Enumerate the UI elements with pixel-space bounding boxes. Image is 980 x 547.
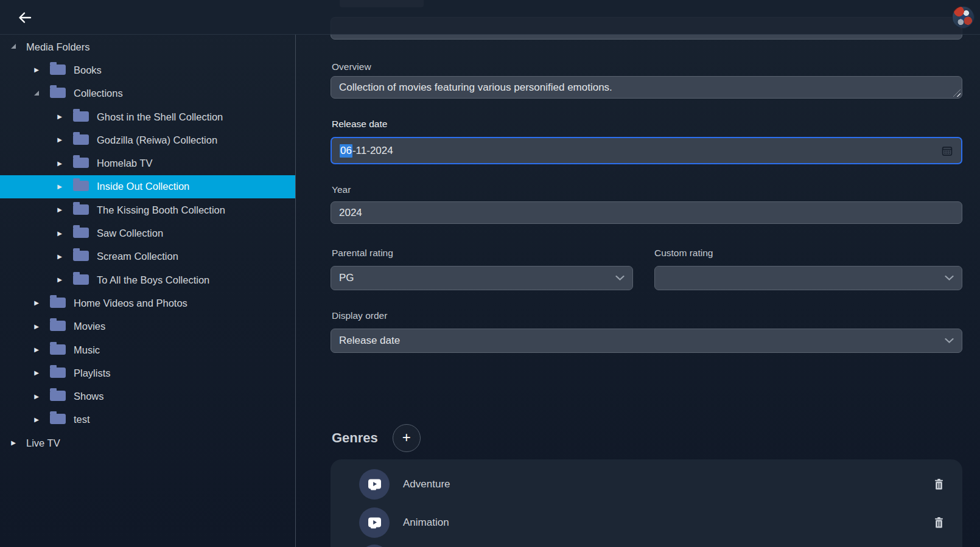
collapsed-icon[interactable]: ▶ [52, 114, 67, 120]
sidebar-item-label: Inside Out Collection [97, 181, 189, 192]
video-play-icon [368, 517, 382, 529]
collapsed-icon[interactable]: ▶ [29, 370, 44, 376]
top-header [0, 0, 980, 35]
genres-heading: Genres [332, 430, 378, 446]
folder-icon [50, 368, 66, 378]
parental-rating-label: Parental rating [332, 248, 393, 259]
sidebar-item-homelab-tv[interactable]: ▶ Homelab TV [0, 152, 295, 175]
year-input[interactable]: 2024 [331, 201, 962, 224]
sidebar-item-shows[interactable]: ▶ Shows [0, 385, 295, 408]
sidebar-item-label: Music [74, 344, 100, 356]
collapsed-icon[interactable]: ▶ [52, 137, 67, 143]
sidebar-item-live-tv[interactable]: ▶ Live TV [0, 431, 295, 455]
sidebar-item-media-folders[interactable]: Media Folders [0, 35, 295, 58]
delete-genre-button[interactable] [934, 479, 943, 490]
sidebar-item-music[interactable]: ▶ Music [0, 338, 295, 361]
folder-icon [73, 158, 89, 168]
folder-icon [50, 414, 66, 424]
expanded-icon[interactable] [29, 91, 44, 97]
chevron-down-icon [615, 276, 625, 281]
plus-icon: + [402, 430, 411, 445]
sidebar-item-collections[interactable]: Collections [0, 82, 295, 105]
media-type-avatar [359, 507, 390, 538]
collapsed-icon[interactable]: ▶ [29, 394, 44, 400]
release-date-label: Release date [332, 119, 387, 130]
collapsed-icon[interactable]: ▶ [52, 277, 67, 283]
sidebar-item-test[interactable]: ▶ test [0, 408, 295, 431]
date-rest: -11-2024 [352, 145, 393, 157]
trash-icon [934, 479, 943, 490]
sidebar-item-label: Homelab TV [97, 158, 152, 169]
display-order-select[interactable]: Release date [331, 329, 962, 353]
expanded-icon[interactable] [6, 44, 21, 50]
sidebar-item-godzilla-reiwa-collection[interactable]: ▶ Godzilla (Reiwa) Collection [0, 128, 295, 152]
year-label: Year [332, 184, 351, 195]
collapsed-icon[interactable]: ▶ [29, 347, 44, 353]
folder-icon [73, 251, 89, 261]
overview-input[interactable]: Collection of movies featuring various p… [331, 76, 962, 99]
sidebar-item-label: Godzilla (Reiwa) Collection [97, 134, 217, 146]
sidebar-item-the-kissing-booth-collection[interactable]: ▶ The Kissing Booth Collection [0, 198, 295, 221]
sidebar-item-label: Collections [74, 88, 123, 99]
add-genre-button[interactable]: + [393, 424, 421, 452]
sidebar-item-playlists[interactable]: ▶ Playlists [0, 361, 295, 385]
trash-icon [934, 517, 943, 528]
custom-rating-select[interactable] [654, 266, 962, 290]
sidebar-item-label: Books [74, 64, 102, 76]
parental-rating-value: PG [339, 272, 354, 284]
chevron-down-icon [945, 276, 954, 281]
sidebar-item-label: Movies [74, 321, 105, 332]
sidebar-item-inside-out-collection[interactable]: ▶ Inside Out Collection [0, 175, 295, 198]
sidebar-item-movies[interactable]: ▶ Movies [0, 315, 295, 338]
user-avatar[interactable] [952, 6, 975, 29]
display-order-value: Release date [339, 335, 400, 347]
folder-icon [73, 204, 89, 215]
sidebar-item-label: Media Folders [26, 41, 90, 53]
year-value: 2024 [339, 207, 362, 219]
sidebar-item-ghost-in-the-shell-collection[interactable]: ▶ Ghost in the Shell Collection [0, 105, 295, 128]
calendar-icon[interactable] [942, 145, 953, 156]
sidebar-item-label: Playlists [74, 368, 111, 379]
display-order-label: Display order [332, 310, 387, 321]
folder-icon [73, 181, 89, 191]
collapsed-icon[interactable]: ▶ [29, 300, 44, 306]
sidebar-item-label: The Kissing Booth Collection [97, 204, 225, 216]
genre-name: Adventure [403, 478, 450, 490]
metadata-editor-form: Overview Collection of movies featuring … [331, 0, 962, 547]
overview-label: Overview [332, 61, 371, 72]
collapsed-icon[interactable]: ▶ [52, 184, 67, 190]
folder-icon [73, 134, 89, 145]
sidebar-item-label: Scream Collection [97, 251, 178, 262]
sidebar-item-books[interactable]: ▶ Books [0, 58, 295, 82]
media-type-avatar [359, 469, 390, 500]
collapsed-icon[interactable]: ▶ [29, 417, 44, 423]
sidebar-item-home-videos-and-photos[interactable]: ▶ Home Videos and Photos [0, 291, 295, 315]
genres-list-card: Adventure Animation [331, 459, 962, 547]
collapsed-icon[interactable]: ▶ [52, 231, 67, 237]
sidebar-item-saw-collection[interactable]: ▶ Saw Collection [0, 221, 295, 245]
release-date-input[interactable]: 06-11-2024 [331, 137, 962, 164]
collapsed-icon[interactable]: ▶ [52, 207, 67, 213]
collapsed-icon[interactable]: ▶ [6, 440, 21, 446]
genre-list-item: Adventure [359, 469, 948, 500]
folder-icon [50, 88, 66, 98]
chevron-down-icon [945, 338, 954, 344]
sidebar-item-label: To All the Boys Collection [97, 274, 209, 286]
sidebar-item-label: test [74, 414, 90, 425]
parental-rating-select[interactable]: PG [331, 266, 633, 290]
collapsed-icon[interactable]: ▶ [52, 254, 67, 260]
collapsed-icon[interactable]: ▶ [29, 67, 44, 73]
collapsed-icon[interactable]: ▶ [29, 324, 44, 330]
genre-name: Animation [403, 517, 449, 529]
sidebar-item-label: Live TV [26, 437, 60, 449]
collapsed-icon[interactable]: ▶ [52, 161, 67, 167]
sidebar-item-label: Home Videos and Photos [74, 298, 187, 309]
sidebar-item-label: Shows [74, 391, 104, 402]
sidebar-item-scream-collection[interactable]: ▶ Scream Collection [0, 245, 295, 268]
folder-icon [50, 391, 66, 401]
sidebar-item-to-all-the-boys-collection[interactable]: ▶ To All the Boys Collection [0, 268, 295, 291]
delete-genre-button[interactable] [934, 517, 943, 528]
back-button[interactable] [16, 9, 34, 27]
resize-grip-icon[interactable] [953, 89, 961, 97]
genre-list-item-partial [359, 545, 948, 547]
